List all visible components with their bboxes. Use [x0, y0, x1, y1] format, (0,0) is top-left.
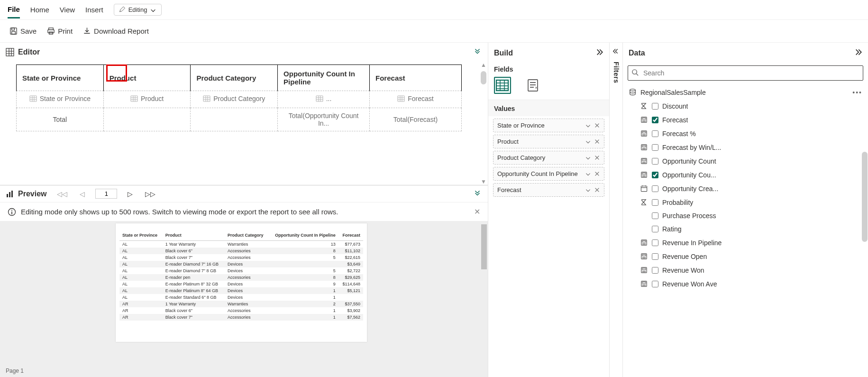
editor-scrollbar[interactable]: ▲ ▼ [480, 62, 487, 185]
editor-collapse-button[interactable] [473, 46, 482, 58]
build-collapse-button[interactable] [594, 47, 603, 59]
editing-mode-button[interactable]: Editing [114, 4, 162, 16]
data-field-row[interactable]: Revenue Won [636, 263, 865, 277]
preview-cell: AR [119, 301, 163, 307]
measure-icon [640, 239, 648, 247]
chevron-down-icon[interactable] [585, 155, 591, 161]
dataset-more-button[interactable]: ••• [852, 89, 862, 96]
tab-file[interactable]: File [8, 1, 20, 18]
field-label: Forecast by Win/L... [662, 144, 721, 151]
remove-icon[interactable] [594, 155, 600, 161]
form-visual-button[interactable] [525, 77, 542, 94]
filters-expand-icon[interactable] [612, 47, 620, 55]
field-checkbox[interactable] [652, 281, 658, 287]
nav-last-button[interactable]: ▷▷ [143, 190, 157, 198]
editor-body[interactable]: State or ProvinceProductProduct Category… [0, 62, 488, 185]
editor-header-cell[interactable]: Product Category [191, 65, 278, 91]
field-checkbox[interactable] [652, 185, 658, 192]
table-row: AR1 Year WarrantyWarranties2$37,550 [119, 301, 363, 307]
field-label: Forecast % [662, 130, 696, 138]
field-checkbox[interactable] [652, 239, 658, 246]
dataset-name: RegionalSalesSample [640, 89, 706, 96]
table-visual-button[interactable] [494, 77, 511, 94]
dataset-row[interactable]: RegionalSalesSample ••• [623, 85, 868, 99]
editor-placeholder-cell[interactable]: Forecast [370, 91, 462, 108]
remove-icon[interactable] [594, 122, 600, 129]
data-field-row[interactable]: Opportunity Crea... [636, 182, 865, 195]
data-field-row[interactable]: Opportunity Count [636, 154, 865, 168]
editor-header-cell[interactable]: Product [103, 65, 191, 91]
preview-scrollbar[interactable] [481, 221, 487, 377]
field-checkbox[interactable] [652, 130, 658, 137]
data-field-row[interactable]: Revenue Won Ave [636, 277, 865, 291]
preview-cell: 8 [268, 274, 338, 281]
tab-view[interactable]: View [60, 2, 75, 18]
preview-cell: $11,102 [338, 248, 363, 254]
page-number-input[interactable] [95, 189, 117, 199]
field-label: Revenue In Pipeline [662, 239, 722, 247]
download-report-button[interactable]: Download Report [83, 27, 149, 35]
editor-placeholder-cell[interactable]: ... [278, 91, 370, 108]
data-field-row[interactable]: Revenue In Pipeline [636, 236, 865, 249]
preview-canvas[interactable]: State or ProvinceProductProduct Category… [0, 221, 488, 377]
preview-cell: AL [119, 274, 163, 281]
field-checkbox[interactable] [652, 199, 658, 206]
data-field-row[interactable]: Forecast by Win/L... [636, 140, 865, 154]
field-checkbox[interactable] [652, 172, 658, 178]
chevron-down-icon[interactable] [585, 187, 591, 193]
dataset-icon [629, 88, 637, 96]
value-field-chip[interactable]: State or Province [493, 119, 604, 132]
tab-insert[interactable]: Insert [85, 2, 103, 18]
editor-table[interactable]: State or ProvinceProductProduct Category… [16, 64, 462, 131]
editor-header-cell[interactable]: State or Province [17, 65, 104, 91]
editor-header-cell[interactable]: Forecast [370, 65, 462, 91]
data-collapse-button[interactable] [853, 47, 862, 59]
data-field-row[interactable]: Forecast [636, 113, 865, 127]
remove-icon[interactable] [594, 171, 600, 177]
sigma-icon [640, 198, 648, 206]
data-field-row[interactable]: Forecast % [636, 127, 865, 140]
field-checkbox[interactable] [652, 144, 658, 151]
nav-prev-button[interactable]: ◁ [78, 190, 87, 198]
chevron-down-icon[interactable] [585, 138, 591, 145]
value-field-chip[interactable]: Forecast [493, 183, 604, 197]
remove-icon[interactable] [594, 187, 600, 193]
nav-next-button[interactable]: ▷ [126, 190, 135, 198]
preview-cell: Devices [225, 294, 268, 301]
data-field-row[interactable]: Opportunity Cou... [636, 168, 865, 182]
filters-strip[interactable]: Filters [610, 43, 623, 377]
editor-placeholder-cell[interactable]: Product [103, 91, 191, 108]
data-field-row[interactable]: Probability [636, 195, 865, 209]
nav-first-button[interactable]: ◁◁ [55, 190, 69, 198]
editor-placeholder-cell[interactable]: State or Province [17, 91, 104, 108]
data-field-row[interactable]: Discount [636, 99, 865, 113]
field-label: Opportunity Crea... [662, 185, 718, 193]
tab-home[interactable]: Home [30, 2, 49, 18]
chevron-down-icon[interactable] [585, 122, 591, 129]
field-checkbox[interactable] [652, 212, 658, 219]
table-row: ALE-reader Standard 6" 8 GBDevices1 [119, 294, 363, 301]
save-button[interactable]: Save [9, 27, 37, 35]
field-label: Probability [662, 199, 693, 206]
preview-collapse-button[interactable] [473, 188, 482, 199]
field-checkbox[interactable] [652, 226, 658, 232]
data-field-row[interactable]: Purchase Process [636, 209, 865, 222]
search-input[interactable] [628, 65, 863, 81]
value-field-chip[interactable]: Product [493, 135, 604, 148]
chevron-down-icon[interactable] [585, 171, 591, 177]
field-checkbox[interactable] [652, 117, 658, 123]
print-button[interactable]: Print [47, 27, 73, 35]
data-field-row[interactable]: Rating [636, 222, 865, 236]
field-checkbox[interactable] [652, 253, 658, 260]
field-checkbox[interactable] [652, 103, 658, 110]
value-field-chip[interactable]: Opportunity Count In Pipeline [493, 167, 604, 181]
field-checkbox[interactable] [652, 267, 658, 274]
editor-header-cell[interactable]: Opportunity Count In Pipeline [278, 65, 370, 91]
data-scrollbar[interactable] [861, 62, 868, 370]
editor-placeholder-cell[interactable]: Product Category [191, 91, 278, 108]
notice-close-button[interactable]: ✕ [474, 207, 480, 216]
remove-icon[interactable] [594, 138, 600, 145]
data-field-row[interactable]: Revenue Open [636, 249, 865, 263]
field-checkbox[interactable] [652, 158, 658, 165]
value-field-chip[interactable]: Product Category [493, 151, 604, 165]
